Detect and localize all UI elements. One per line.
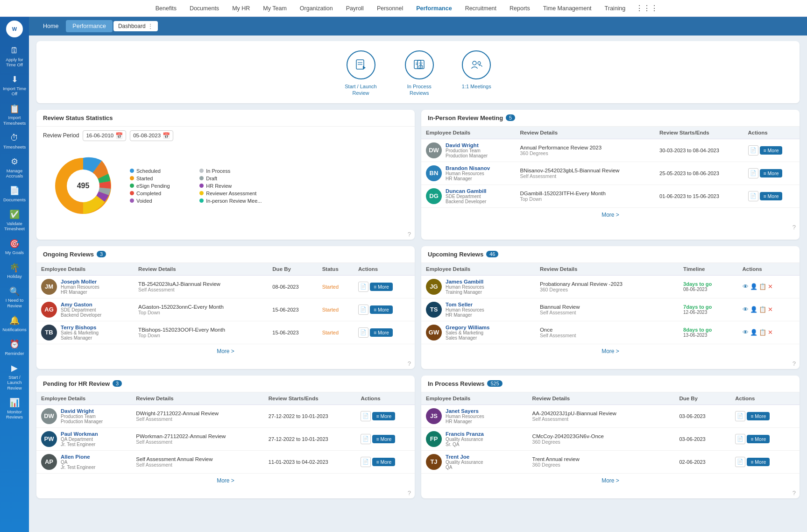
breadcrumb-dashboard[interactable]: Dashboard ⋮ [113,21,158,31]
copy-icon[interactable]: 📋 [759,306,766,313]
meetings-button[interactable]: 1:1 Meetings [462,50,491,97]
sidebar-item-notifications[interactable]: 🔔 Notifications [0,312,29,336]
view-icon[interactable]: 👁 [743,283,749,290]
document-icon-button[interactable]: 📄 [358,327,368,338]
table-row: TJTrent JoeQuality AssuranceQA Trent Ann… [421,450,800,473]
avatar: TS [426,302,442,318]
pending-hr-more-link[interactable]: More > [36,473,415,488]
nav-benefits[interactable]: Benefits [149,5,183,12]
copy-icon[interactable]: 📋 [759,329,766,336]
sidebar-item-validate-timesheet[interactable]: ✅ Validate Timesheet [0,206,29,235]
sidebar-item-timesheets[interactable]: ⏱ Timesheets [0,129,29,153]
more-button[interactable]: ≡ More [760,192,783,200]
nav-my-team[interactable]: My Team [256,5,293,12]
nav-personnel[interactable]: Personnel [370,5,410,12]
upcoming-more-link[interactable]: More > [421,344,800,358]
more-button[interactable]: ≡ More [760,169,783,177]
document-icon-button[interactable]: 📄 [358,305,368,315]
nav-performance[interactable]: Performance [410,5,458,12]
delete-icon[interactable]: ✕ [768,306,773,313]
legend-draft: Draft [199,176,262,181]
document-icon-button[interactable]: 📄 [361,457,371,467]
document-icon-button[interactable]: 📄 [361,434,371,444]
sidebar-item-need-review[interactable]: 🔍 I Need to Review [0,283,29,312]
delete-icon[interactable]: ✕ [768,283,773,290]
in-person-help-icon[interactable]: ? [793,224,796,231]
document-icon-button[interactable]: 📄 [748,145,758,156]
col-review-dates: Review Starts/Ends [655,127,743,139]
edit-icon[interactable]: 👤 [750,329,757,336]
edit-icon[interactable]: 👤 [750,306,757,313]
more-button[interactable]: ≡ More [372,412,395,420]
more-button[interactable]: ≡ More [747,412,770,420]
sidebar-item-reminder[interactable]: ⏰ Reminder [0,336,29,360]
sidebar-item-monitor-reviews[interactable]: 📊 Monitor Reviews [0,394,29,423]
more-button[interactable]: ≡ More [372,435,395,443]
document-icon-button[interactable]: 📄 [358,282,368,292]
review-status-help-icon[interactable]: ? [408,231,411,238]
in-process-reviews-button[interactable]: In ProcessReviews [405,50,434,97]
pie-chart-area: 495 Scheduled In Process [36,145,415,229]
sidebar-item-import-timesheets[interactable]: 📋 Import Timesheets [0,100,29,129]
nav-my-hr[interactable]: My HR [226,5,256,12]
view-icon[interactable]: 👁 [743,306,749,313]
more-button[interactable]: ≡ More [747,435,770,443]
delete-icon[interactable]: ✕ [768,329,773,336]
app-logo[interactable]: W [6,21,23,37]
ongoing-more-link[interactable]: More > [36,344,415,358]
in-process-help-icon[interactable]: ? [793,489,796,497]
legend-voided: Voided [130,198,192,204]
breadcrumb-performance[interactable]: Performance [66,20,113,32]
table-row: DWDavid WrightProduction TeamProduction … [421,139,800,162]
nav-organization[interactable]: Organization [293,5,340,12]
more-menu-icon[interactable]: ⋮⋮⋮ [636,4,658,13]
sidebar-item-apply-time-off[interactable]: 🗓 Apply for Time Off [0,42,29,71]
upcoming-help-icon[interactable]: ? [793,360,796,367]
document-icon-button[interactable]: 📄 [735,411,745,421]
more-button[interactable]: ≡ More [747,458,770,466]
nav-training[interactable]: Training [598,5,632,12]
document-icon-button[interactable]: 📄 [361,411,371,421]
date-to-value: 05-08-2023 [133,133,161,138]
document-icon-button[interactable]: 📄 [748,191,758,201]
nav-recruitment[interactable]: Recruitment [459,5,503,12]
more-button[interactable]: ≡ More [760,146,783,155]
date-from-input[interactable]: 16-06-2010 📅 [83,130,126,141]
more-button[interactable]: ≡ More [370,305,393,314]
review-status-card: Review Status Statistics Review Period 1… [36,110,415,240]
col-employee-details: Employee Details [36,263,134,276]
sidebar-item-import-time-off[interactable]: ⬇ Import Time Off [0,71,29,100]
sidebar-item-manage-accruals[interactable]: ⚙ Manage Accruals [0,153,29,182]
in-process-reviews-header-row: Employee Details Review Details Due By A… [421,392,800,405]
date-to-input[interactable]: 05-08-2023 📅 [130,130,173,141]
sidebar-item-my-goals[interactable]: 🎯 My Goals [0,235,29,259]
more-button[interactable]: ≡ More [372,458,395,466]
pending-hr-table: Employee Details Review Details Review S… [36,392,415,473]
table-row: GWGregory WilliamsSales & MarketingSales… [421,321,800,344]
review-status-header: Review Status Statistics [36,110,415,127]
edit-icon[interactable]: 👤 [750,283,757,290]
in-process-more-link[interactable]: More > [421,473,800,488]
ongoing-help-icon[interactable]: ? [408,360,411,367]
more-button[interactable]: ≡ More [370,328,393,337]
sidebar-item-start-launch-review[interactable]: ▶ Start / Launch Review [0,360,29,394]
breadcrumb-home[interactable]: Home [36,20,65,32]
sidebar-item-holiday[interactable]: 🌴 Holiday [0,259,29,283]
nav-documents[interactable]: Documents [183,5,226,12]
meetings-icon [462,50,491,79]
more-button[interactable]: ≡ More [370,283,393,291]
document-icon-button[interactable]: 📄 [735,457,745,467]
col-employee-details: Employee Details [36,392,131,405]
document-icon-button[interactable]: 📄 [748,168,758,178]
nav-payroll[interactable]: Payroll [340,5,370,12]
start-launch-review-button[interactable]: Start / LaunchReview [345,50,377,97]
in-person-more-link[interactable]: More > [421,207,800,222]
nav-time-management[interactable]: Time Management [537,5,598,12]
upcoming-reviews-table: Employee Details Review Details Timeline… [421,263,800,344]
view-icon[interactable]: 👁 [743,329,749,336]
sidebar-item-documents[interactable]: 📄 Documents [0,182,29,206]
pending-hr-help-icon[interactable]: ? [408,489,411,497]
nav-reports[interactable]: Reports [503,5,537,12]
document-icon-button[interactable]: 📄 [735,434,745,444]
copy-icon[interactable]: 📋 [759,283,766,290]
